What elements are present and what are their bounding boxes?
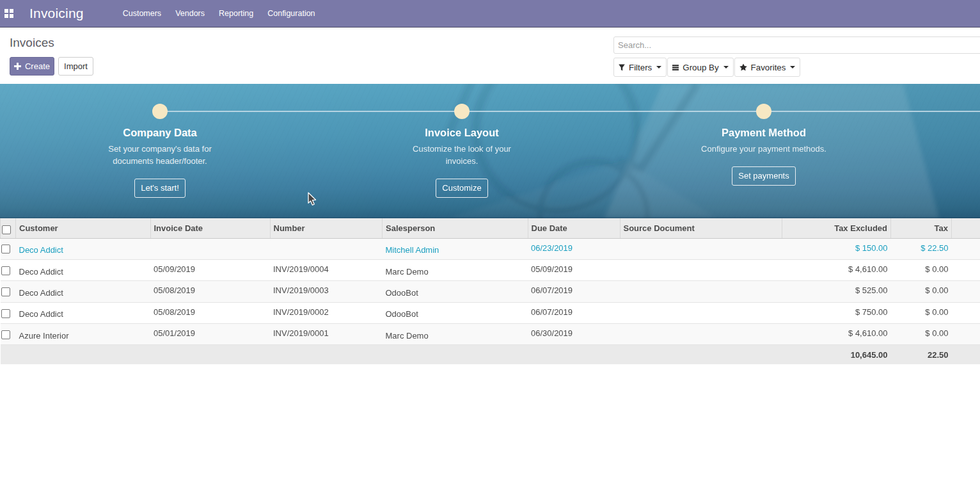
step-title: Payment Method — [655, 127, 873, 139]
step-action-button[interactable]: Customize — [436, 179, 487, 198]
milestone-line — [160, 111, 980, 113]
cell-number — [270, 238, 383, 259]
total-tax-excluded: 10,645.00 — [782, 345, 891, 364]
cell-invoice-date: 05/09/2019 — [150, 259, 270, 280]
cell-tax: $ 0.00 — [891, 324, 952, 345]
cell-salesperson: OdooBot — [383, 281, 528, 302]
col-invoice-date[interactable]: Invoice Date — [150, 218, 270, 238]
cell-number: INV/2019/0003 — [270, 281, 383, 302]
control-panel: Invoices Create Import Filters Group By — [0, 28, 980, 84]
cell-number: INV/2019/0001 — [270, 324, 383, 345]
row-checkbox[interactable] — [1, 245, 10, 253]
row-checkbox[interactable] — [1, 266, 10, 275]
top-menu-item[interactable]: Vendors — [168, 0, 212, 27]
apps-grid-icon — [4, 9, 13, 18]
cell-salesperson: Mitchell Admin — [383, 238, 528, 259]
apps-menu-button[interactable] — [0, 0, 18, 27]
row-select-cell — [1, 324, 16, 345]
step-title: Invoice Layout — [353, 127, 571, 139]
onboarding-banner: Company Data Set your company's data for… — [0, 84, 980, 218]
cell-invoice-date — [150, 238, 270, 259]
star-icon — [739, 63, 747, 71]
cell-customer: Deco Addict — [16, 238, 151, 259]
caret-down-icon — [656, 66, 661, 68]
create-button[interactable]: Create — [10, 57, 54, 76]
total-tax: 22.50 — [891, 345, 952, 364]
cell-invoice-date: 05/01/2019 — [150, 324, 270, 345]
list-footer-row: 10,645.00 22.50 — [1, 345, 980, 364]
col-source-document[interactable]: Source Document — [620, 218, 782, 238]
invoice-list: Customer Invoice Date Number Salesperson… — [0, 218, 980, 364]
row-select-cell — [1, 302, 16, 323]
plus-icon — [14, 63, 21, 70]
cell-salesperson: Marc Demo — [383, 259, 528, 280]
cell-number: INV/2019/0002 — [270, 302, 383, 323]
row-select-cell — [1, 281, 16, 302]
col-due-date[interactable]: Due Date — [528, 218, 620, 238]
top-navbar: Invoicing Customers Vendors Reporting Co… — [0, 0, 980, 28]
cell-tax-excluded: $ 4,610.00 — [782, 259, 891, 280]
cell-tax-excluded: $ 150.00 — [782, 238, 891, 259]
filter-icon — [619, 64, 625, 71]
search-input[interactable] — [614, 40, 980, 50]
col-tax[interactable]: Tax — [891, 218, 952, 238]
top-menu-item[interactable]: Reporting — [212, 0, 260, 27]
invoice-row[interactable]: Deco Addict 05/08/2019 INV/2019/0002 Odo… — [1, 302, 980, 323]
cell-due-date: 06/07/2019 — [528, 302, 620, 323]
cell-due-date: 05/09/2019 — [528, 259, 620, 280]
cell-tax-excluded: $ 750.00 — [782, 302, 891, 323]
milestone-dot-icon — [152, 104, 168, 119]
cell-tax: $ 0.00 — [891, 302, 952, 323]
favorites-button[interactable]: Favorites — [734, 58, 801, 77]
invoice-row[interactable]: Deco Addict Mitchell Admin 06/23/2019 $ … — [1, 238, 980, 259]
app-title[interactable]: Invoicing — [18, 0, 90, 27]
cell-salesperson: Marc Demo — [383, 324, 528, 345]
cell-customer: Azure Interior — [16, 324, 151, 345]
cell-number: INV/2019/0004 — [270, 259, 383, 280]
step-action-button[interactable]: Let's start! — [134, 179, 186, 198]
top-menu-item[interactable]: Configuration — [260, 0, 322, 27]
col-customer[interactable]: Customer — [16, 218, 151, 238]
cell-tax: $ 0.00 — [891, 259, 952, 280]
step-action-button[interactable]: Set payments — [732, 166, 796, 186]
col-tax-excluded[interactable]: Tax Excluded — [782, 218, 891, 238]
step-description: Configure your payment methods. — [655, 143, 873, 155]
row-checkbox[interactable] — [1, 287, 10, 296]
cell-customer: Deco Addict — [16, 302, 151, 323]
invoice-row[interactable]: Deco Addict 05/09/2019 INV/2019/0004 Mar… — [1, 259, 980, 280]
step-description: Customize the look of yourinvoices. — [353, 143, 571, 167]
cell-tax: $ 0.00 — [891, 281, 952, 302]
invoice-row[interactable]: Deco Addict 05/08/2019 INV/2019/0003 Odo… — [1, 281, 980, 302]
invoice-row[interactable]: Azure Interior 05/01/2019 INV/2019/0001 … — [1, 324, 980, 345]
cell-source-document — [620, 281, 782, 302]
import-button[interactable]: Import — [58, 57, 93, 76]
select-all-cell — [1, 218, 16, 238]
cell-due-date: 06/23/2019 — [528, 238, 620, 259]
col-salesperson[interactable]: Salesperson — [383, 218, 528, 238]
group-by-button[interactable]: Group By — [667, 58, 733, 77]
top-menu-item[interactable]: Customers — [116, 0, 168, 27]
cell-source-document — [620, 259, 782, 280]
col-extra — [952, 218, 980, 238]
mouse-cursor — [308, 192, 318, 209]
col-number[interactable]: Number — [270, 218, 383, 238]
cell-tax-excluded: $ 4,610.00 — [782, 324, 891, 345]
caret-down-icon — [790, 66, 795, 68]
cell-source-document — [620, 324, 782, 345]
cell-tax: $ 22.50 — [891, 238, 952, 259]
row-checkbox[interactable] — [1, 330, 10, 339]
row-checkbox[interactable] — [1, 309, 10, 318]
cell-invoice-date: 05/08/2019 — [150, 302, 270, 323]
select-all-checkbox[interactable] — [2, 225, 11, 234]
filters-button[interactable]: Filters — [613, 58, 667, 77]
milestone-dot-icon — [454, 104, 470, 119]
row-select-cell — [1, 238, 16, 259]
caret-down-icon — [723, 66, 729, 68]
cell-source-document — [620, 238, 782, 259]
milestone-dot-icon — [756, 104, 771, 119]
cell-source-document — [620, 302, 782, 323]
top-menu: Customers Vendors Reporting Configuratio… — [116, 0, 322, 27]
step-description: Set your company's data fordocuments hea… — [51, 143, 269, 167]
cell-customer: Deco Addict — [16, 259, 151, 280]
cell-due-date: 06/07/2019 — [528, 281, 620, 302]
